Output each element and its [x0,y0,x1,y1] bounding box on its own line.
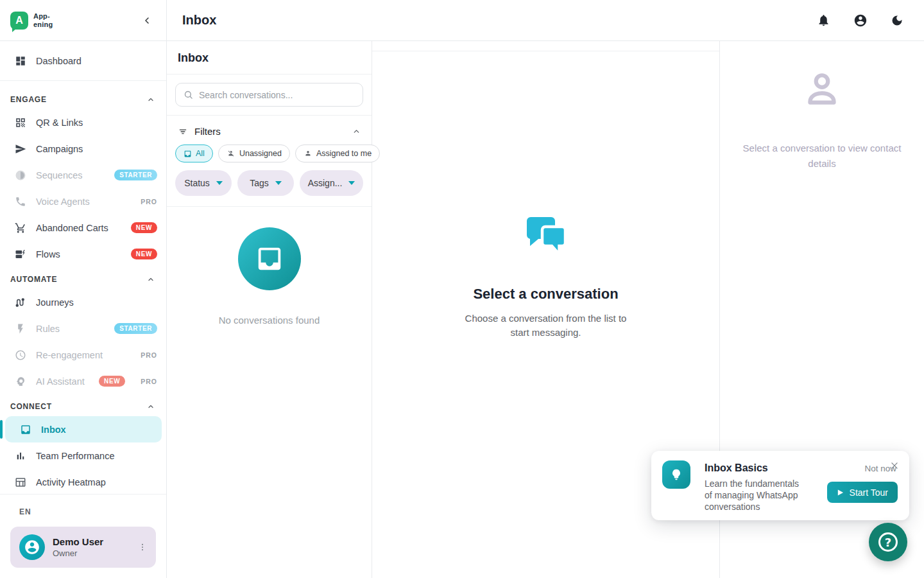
sidebar-nav: Dashboard ENGAGE QR & Links Campaigns Se… [0,41,166,494]
sidebar-item-ai-assistant[interactable]: AI Assistant NEW PRO [0,368,166,394]
starter-badge: STARTER [114,323,157,334]
search-box [175,83,363,107]
section-title: CONNECT [10,402,52,411]
sidebar-item-activity-heatmap[interactable]: Activity Heatmap [0,469,166,494]
bell-icon [817,13,830,27]
sidebar-item-label: Voice Agents [36,197,125,207]
sidebar-item-label: Activity Heatmap [36,477,157,487]
page-title: Inbox [182,13,216,28]
inbox-icon [255,244,284,274]
sidebar-item-abandoned-carts[interactable]: Abandoned Carts NEW [0,215,166,241]
filter-icon [178,127,188,136]
sidebar-footer: EN Demo User Owner [0,494,166,578]
starter-badge: STARTER [114,170,157,180]
user-menu-button[interactable] [134,538,151,556]
assignee-dropdown[interactable]: Assign... [300,170,363,196]
pro-tag: PRO [141,198,157,206]
brand-logo-icon: A [10,12,28,30]
toast-close-button[interactable] [887,459,902,473]
filters-label: Filters [194,126,221,137]
chevron-up-icon [352,127,361,136]
search-section [167,74,372,116]
sidebar-item-label: Sequences [36,170,105,180]
brand-logo[interactable]: A App- ening [10,12,53,30]
language-selector[interactable]: EN [10,507,156,516]
notifications-button[interactable] [816,12,832,28]
inbox-icon [19,423,32,436]
filter-chip-unassigned[interactable]: Unassigned [218,144,290,162]
sidebar-item-label: Campaigns [36,144,157,154]
section-header-engage[interactable]: ENGAGE [0,87,166,109]
sidebar-item-label: QR & Links [36,118,157,128]
sidebar-item-re-engagement[interactable]: Re-engagement PRO [0,342,166,368]
panel-title: Inbox [167,41,372,74]
start-tour-button[interactable]: Start Tour [827,482,898,503]
chevron-up-icon [147,403,155,410]
search-icon [184,90,193,100]
section-header-automate[interactable]: AUTOMATE [0,267,166,289]
tags-dropdown[interactable]: Tags [237,170,294,196]
new-badge: NEW [131,249,157,259]
help-button[interactable]: ? [869,523,907,561]
new-badge: NEW [131,222,157,233]
sidebar-item-sequences[interactable]: Sequences STARTER [0,162,166,188]
person-off-icon [227,149,235,158]
conversation-list-panel: Inbox Filters All [167,41,372,578]
user-card[interactable]: Demo User Owner [10,527,156,568]
account-button[interactable] [852,12,869,29]
pro-tag: PRO [141,378,157,385]
sidebar-item-label: Team Performance [36,451,157,461]
sidebar-item-campaigns[interactable]: Campaigns [0,136,166,162]
inbox-circle-icon [238,227,301,290]
filters-header[interactable]: Filters [175,123,363,144]
filter-chip-all[interactable]: All [175,144,213,162]
sidebar-item-journeys[interactable]: Journeys [0,289,166,315]
chevron-up-icon [147,96,155,103]
avatar [19,534,45,560]
chip-label: Unassigned [239,149,282,158]
sidebar-header: A App- ening [0,0,166,41]
sidebar-item-flows[interactable]: Flows NEW [0,241,166,267]
toast-title: Inbox Basics [705,462,805,474]
filter-chip-assigned-to-me[interactable]: Assigned to me [295,144,380,162]
divider [0,80,166,81]
user-meta: Demo User Owner [53,536,126,558]
sidebar-item-inbox[interactable]: Inbox [5,416,162,442]
bar-chart-icon [14,450,27,462]
sidebar: A App- ening Dashboard ENGAGE QR & Links… [0,0,167,578]
start-tour-label: Start Tour [850,487,888,498]
sidebar-item-label: Journeys [36,297,157,308]
kebab-menu-icon [138,542,147,552]
sidebar-item-label: Flows [36,249,122,259]
route-icon [14,296,27,309]
flows-icon [14,248,27,261]
section-header-connect[interactable]: CONNECT [0,394,166,416]
sidebar-item-dashboard[interactable]: Dashboard [0,48,166,74]
chat-empty-body: Choose a conversation from the list to s… [463,311,629,340]
sidebar-item-label: Abandoned Carts [36,223,122,233]
status-dropdown[interactable]: Status [175,170,232,196]
sidebar-item-qr-links[interactable]: QR & Links [0,109,166,136]
contact-empty-text: Select a conversation to view contact de… [729,141,915,171]
caret-down-icon [348,181,355,185]
sidebar-item-label: Rules [36,324,105,334]
sidebar-item-voice-agents[interactable]: Voice Agents PRO [0,188,166,215]
moon-icon [891,14,903,27]
sidebar-item-team-performance[interactable]: Team Performance [0,442,166,469]
chip-label: All [196,149,205,158]
sidebar-item-rules[interactable]: Rules STARTER [0,315,166,342]
empty-state-text: No conversations found [219,315,320,326]
section-title: AUTOMATE [10,275,57,284]
inbox-icon [184,150,192,158]
chat-empty-title: Select a conversation [473,286,618,302]
caret-down-icon [216,181,223,185]
dark-mode-toggle[interactable] [889,13,905,28]
sidebar-collapse-button[interactable] [139,13,155,28]
user-role: Owner [53,548,126,558]
person-icon [304,149,312,158]
lightbulb-icon [669,468,683,482]
toast-actions: Not now Start Tour [819,460,898,511]
search-input[interactable] [199,90,355,100]
dropdown-label: Assign... [308,178,343,188]
chat-bubbles-icon [520,213,572,264]
